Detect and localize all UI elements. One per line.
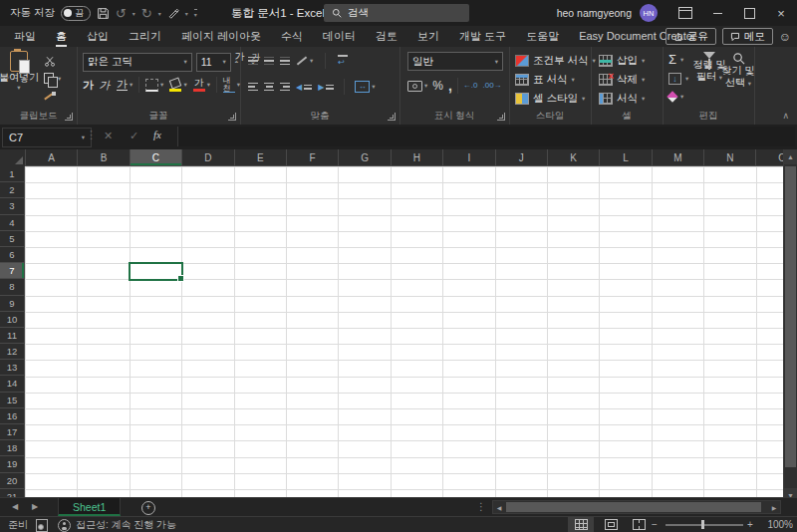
comma-style-button[interactable]: ,	[448, 79, 452, 93]
bold-button[interactable]: 가	[83, 80, 94, 91]
row-header-13[interactable]: 13	[0, 360, 25, 376]
cell-area[interactable]	[25, 166, 783, 497]
row-header-1[interactable]: 1	[0, 166, 25, 182]
zoom-slider[interactable]	[665, 524, 743, 526]
column-header-G[interactable]: G	[339, 149, 391, 166]
sheet-nav-right-icon[interactable]: ▶	[32, 502, 38, 511]
search-input[interactable]: 검색	[324, 4, 469, 22]
row-header-3[interactable]: 3	[0, 198, 25, 214]
user-name[interactable]: heo namgyeong	[557, 7, 632, 19]
cell-styles-button[interactable]: 셀 스타일 ▾	[515, 92, 585, 106]
orientation-button[interactable]: ▾	[296, 57, 313, 65]
collapse-ribbon-icon[interactable]: ∧	[782, 111, 789, 121]
column-header-N[interactable]: N	[704, 149, 756, 166]
cancel-icon[interactable]: ✕	[104, 130, 113, 142]
redo-icon[interactable]: ↻	[141, 7, 152, 20]
increase-indent-button[interactable]: ▶	[318, 83, 334, 92]
row-header-14[interactable]: 14	[0, 376, 25, 392]
tab-bar-grip-icon[interactable]: ⋮	[476, 501, 486, 512]
redo-caret-icon[interactable]: ▾	[158, 10, 161, 17]
scroll-right-icon[interactable]: ▶	[768, 501, 780, 513]
clear-button[interactable]: ▾	[668, 93, 683, 101]
format-cells-button[interactable]: 서식 ▾	[599, 92, 645, 106]
zoom-level[interactable]: 100%	[763, 517, 793, 532]
macro-record-icon[interactable]	[36, 519, 48, 532]
memo-button[interactable]: 메모	[722, 28, 773, 45]
zoom-out-button[interactable]: −	[652, 517, 658, 532]
select-all-button[interactable]	[0, 149, 26, 167]
horizontal-scroll-thumb[interactable]	[506, 502, 761, 512]
qat-overflow-icon[interactable]: ▾	[194, 9, 197, 18]
pen-caret-icon[interactable]: ▾	[185, 10, 188, 17]
column-header-L[interactable]: L	[600, 149, 652, 166]
insert-cells-button[interactable]: 삽입 ▾	[599, 54, 645, 68]
selected-cell[interactable]	[129, 262, 183, 281]
enter-icon[interactable]: ✓	[130, 130, 138, 142]
ribbon-tab-3[interactable]: 그리기	[119, 26, 171, 47]
font-size-combo[interactable]: 11 ▾	[196, 53, 231, 72]
wrap-text-button[interactable]: ↩	[338, 55, 348, 67]
ribbon-tab-1[interactable]: 홈	[46, 26, 77, 47]
middle-align-button[interactable]	[264, 57, 274, 66]
bottom-align-button[interactable]	[280, 57, 290, 66]
number-dialog-launcher[interactable]	[497, 113, 505, 121]
insert-function-icon[interactable]: fx	[153, 129, 161, 140]
row-header-10[interactable]: 10	[0, 312, 25, 328]
column-header-I[interactable]: I	[443, 149, 495, 166]
column-header-C[interactable]: C	[131, 149, 182, 166]
percent-style-button[interactable]: %	[432, 80, 443, 92]
row-header-21[interactable]: 21	[0, 489, 25, 497]
align-left-button[interactable]	[248, 83, 258, 92]
format-painter-button[interactable]	[44, 92, 56, 102]
row-header-18[interactable]: 18	[0, 440, 25, 456]
page-break-view-button[interactable]	[626, 517, 652, 532]
ribbon-tab-4[interactable]: 페이지 레이아웃	[171, 26, 271, 47]
row-header-15[interactable]: 15	[0, 393, 25, 408]
close-button[interactable]: ×	[765, 0, 797, 26]
column-header-O[interactable]: O	[756, 149, 783, 166]
column-header-F[interactable]: F	[287, 149, 339, 166]
ribbon-tab-8[interactable]: 보기	[407, 26, 449, 47]
copy-button[interactable]: ▾	[44, 73, 61, 84]
font-dialog-launcher[interactable]	[228, 113, 236, 121]
clipboard-dialog-launcher[interactable]	[65, 113, 73, 121]
zoom-slider-thumb[interactable]	[701, 520, 704, 529]
font-color-button[interactable]: 가 ▾	[193, 78, 210, 92]
row-header-9[interactable]: 9	[0, 296, 25, 312]
sheet-nav-left-icon[interactable]: ◀	[12, 502, 18, 511]
minimize-button[interactable]	[701, 0, 733, 26]
font-name-combo[interactable]: 맑은 고딕 ▾	[83, 53, 192, 72]
normal-view-button[interactable]	[568, 517, 594, 532]
row-header-4[interactable]: 4	[0, 215, 25, 231]
row-header-12[interactable]: 12	[0, 344, 25, 360]
share-button[interactable]: 공유	[665, 28, 716, 45]
alignment-dialog-launcher[interactable]	[388, 113, 396, 121]
page-layout-view-button[interactable]	[598, 517, 624, 532]
name-box[interactable]: C7 ▾	[2, 128, 92, 147]
top-align-button[interactable]	[248, 57, 258, 66]
find-select-button[interactable]: 찾기 및 선택 ▾	[724, 52, 752, 90]
borders-button[interactable]: ▾	[145, 79, 163, 92]
align-right-button[interactable]	[280, 83, 290, 92]
accessibility-status[interactable]: 접근성: 계속 진행 가능	[76, 517, 176, 532]
avatar[interactable]: HN	[640, 4, 658, 22]
row-header-6[interactable]: 6	[0, 247, 25, 263]
vertical-scroll-thumb[interactable]	[785, 166, 796, 467]
increase-decimal-button[interactable]: ←.0	[463, 82, 478, 90]
horizontal-scrollbar[interactable]: ◀ ▶	[492, 500, 781, 514]
ribbon-tab-7[interactable]: 검토	[366, 26, 407, 47]
number-format-combo[interactable]: 일반 ▾	[407, 52, 503, 71]
italic-button[interactable]: 가	[99, 80, 113, 91]
add-sheet-button[interactable]: +	[141, 501, 155, 515]
undo-icon[interactable]: ↺	[116, 7, 127, 20]
undo-caret-icon[interactable]: ▾	[133, 10, 135, 17]
scroll-left-icon[interactable]: ◀	[493, 501, 505, 513]
fill-handle[interactable]	[177, 275, 184, 282]
fill-color-button[interactable]: ▾	[169, 79, 186, 92]
row-header-11[interactable]: 11	[0, 328, 25, 344]
row-header-20[interactable]: 20	[0, 473, 25, 489]
column-header-E[interactable]: E	[235, 149, 287, 166]
accounting-format-button[interactable]: ▾	[407, 81, 427, 92]
zoom-in-button[interactable]: +	[747, 517, 753, 532]
ribbon-tab-2[interactable]: 삽입	[77, 26, 119, 47]
